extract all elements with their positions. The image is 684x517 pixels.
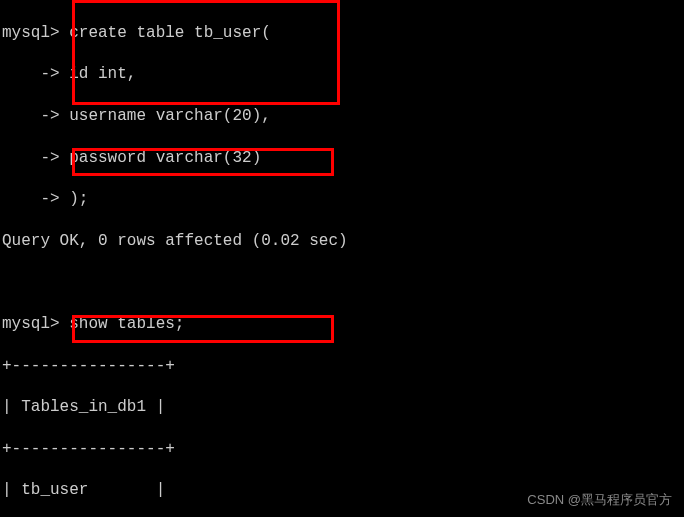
terminal-output: mysql> create table tb_user( -> id int, … [2,2,682,517]
prompt-line[interactable]: mysql> create table tb_user( [2,23,682,44]
cmd-create-3: username varchar(20), [60,107,271,125]
continuation: -> [2,190,60,208]
table-border: +----------------+ [2,439,682,460]
continuation-line: -> id int, [2,64,682,85]
cmd-create-4: password varchar(32) [60,149,262,167]
continuation: -> [2,149,60,167]
cmd-create-1: create table tb_user( [60,24,271,42]
table-header: | Tables_in_db1 | [2,397,682,418]
cmd-create-2: id int, [60,65,137,83]
continuation-line: -> password varchar(32) [2,148,682,169]
continuation-line: -> ); [2,189,682,210]
cmd-show-tables: show tables; [60,315,185,333]
continuation-line: -> username varchar(20), [2,106,682,127]
query-ok-output: Query OK, 0 rows affected (0.02 sec) [2,231,682,252]
prompt: mysql> [2,315,60,333]
cmd-create-5: ); [60,190,89,208]
continuation: -> [2,65,60,83]
continuation: -> [2,107,60,125]
blank-line [2,272,682,293]
watermark: CSDN @黑马程序员官方 [527,492,672,509]
prompt: mysql> [2,24,60,42]
table-border: +----------------+ [2,356,682,377]
prompt-line[interactable]: mysql> show tables; [2,314,682,335]
